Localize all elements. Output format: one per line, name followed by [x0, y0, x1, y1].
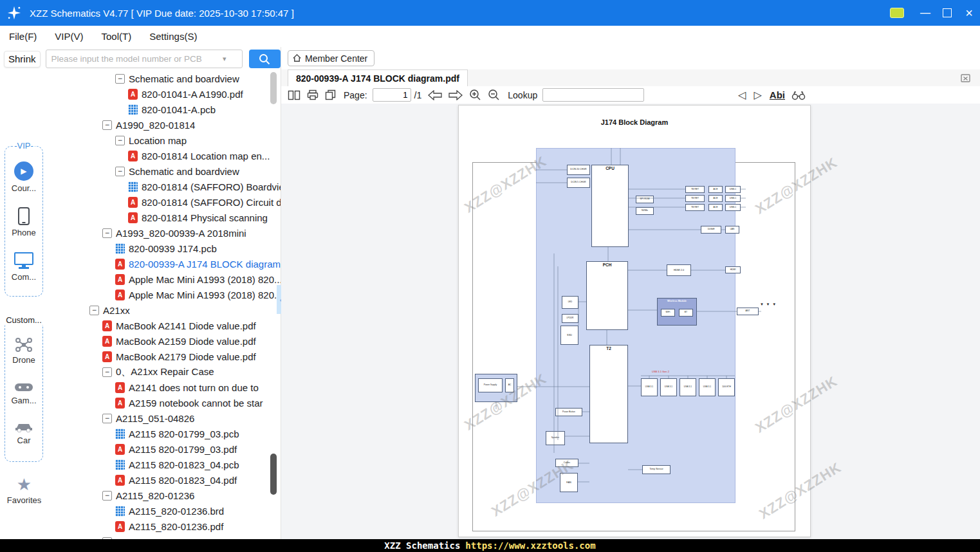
rail-item-computer[interactable]: Com...: [12, 252, 36, 282]
tree-scrollbar-thumb-top[interactable]: [270, 72, 277, 104]
tree-file[interactable]: A820-00939-A J174 BLOCK diagram.pdf: [48, 256, 281, 271]
print-icon[interactable]: [307, 89, 319, 100]
page-label: Page:: [344, 90, 367, 100]
rail-item-phone[interactable]: Phone: [12, 207, 36, 237]
tree-file[interactable]: 820-00939 J174.pcb: [48, 241, 281, 256]
tree-file[interactable]: A2115_820-01236.brd: [48, 503, 281, 519]
menu-tool[interactable]: Tool(T): [93, 31, 141, 42]
text-select-tool[interactable]: Abi: [770, 89, 785, 100]
menu-settings[interactable]: Settings(S): [140, 31, 206, 42]
rail-item-car[interactable]: Car: [14, 421, 33, 445]
tree-group[interactable]: −A2115_820-01236: [48, 488, 281, 503]
copy-page-icon[interactable]: [325, 89, 336, 100]
diagram-block: Temp Sensor: [642, 465, 670, 474]
tree-scrollbar-thumb[interactable]: [270, 454, 277, 495]
car-icon: [14, 421, 33, 433]
tree-item-label: MacBook A2141 Diode value.pdf: [116, 320, 256, 331]
tree-file[interactable]: AA2115 820-01799_03.pdf: [48, 441, 281, 457]
diagram-block: Power Supply: [478, 378, 503, 392]
tree-file[interactable]: A2115 820-01823_04.pcb: [48, 457, 281, 472]
minimize-button[interactable]: —: [914, 0, 936, 26]
tree-file[interactable]: AApple Mac Mini A1993 (2018) 820...: [48, 287, 281, 302]
page-spread-icon[interactable]: [288, 90, 300, 100]
collapse-icon[interactable]: −: [115, 74, 125, 84]
lookup-input[interactable]: [542, 88, 644, 102]
close-button[interactable]: ×: [958, 0, 980, 26]
tree-group[interactable]: −Location map: [48, 133, 281, 148]
tree-file[interactable]: AApple Mac Mini A1993 (2018) 820...: [48, 271, 281, 287]
shrink-button[interactable]: Shrink: [4, 51, 41, 68]
tree-file[interactable]: AA2115 820-01823_04.pdf: [48, 472, 281, 488]
diagram-block: Speaker: [546, 431, 565, 445]
menu-file[interactable]: File(F): [0, 31, 46, 42]
page-number-input[interactable]: [373, 88, 411, 102]
forward-arrow-icon[interactable]: [448, 90, 463, 100]
card-icon[interactable]: [890, 8, 904, 18]
collapse-icon[interactable]: −: [102, 228, 112, 238]
pcb-file-icon: [115, 506, 125, 517]
rail-item-game[interactable]: Gam...: [11, 382, 36, 405]
menu-vip[interactable]: VIP(V): [46, 31, 92, 42]
file-tree: −Schematic and boardviewA820-01041-A A19…: [48, 71, 281, 539]
window-title: XZZ Schematics V4.77 [ VIP Due date: 202…: [30, 8, 294, 19]
prev-result-icon[interactable]: ◁: [738, 89, 746, 101]
collapse-icon[interactable]: −: [115, 167, 125, 176]
custom-group-title: Custom...: [5, 315, 43, 325]
tree-file[interactable]: AMacBook A2141 Diode value.pdf: [48, 318, 281, 333]
tree-group[interactable]: −0、A21xx Repair Case: [48, 364, 281, 380]
tree-group[interactable]: −A1993_820-00939-A 2018mini: [48, 225, 281, 241]
tree-item-label: A2115 820-01823_04.pcb: [129, 459, 239, 470]
tree-group[interactable]: −Schematic and boardview: [48, 163, 281, 179]
next-result-icon[interactable]: ▷: [754, 89, 762, 101]
collapse-icon[interactable]: −: [115, 136, 125, 145]
zoom-in-icon[interactable]: [469, 89, 481, 101]
search-button[interactable]: [249, 50, 281, 68]
zoom-out-icon[interactable]: [488, 89, 500, 101]
tree-group[interactable]: −A2141_820-01700: [48, 534, 281, 539]
tree-file[interactable]: AA2159 notebook cannot be star: [48, 395, 281, 410]
close-document-icon[interactable]: [959, 71, 972, 84]
tree-file[interactable]: 820-01814 (SAFFORO) Boardview: [48, 179, 281, 194]
rail-item-drone[interactable]: Drone: [12, 337, 35, 365]
search-input[interactable]: [46, 50, 243, 68]
tree-file[interactable]: A820-01814 Location map en...: [48, 148, 281, 163]
tree-file[interactable]: A820-01041-A A1990.pdf: [48, 86, 281, 102]
tree-file[interactable]: A2115 820-01799_03.pcb: [48, 426, 281, 441]
back-arrow-icon[interactable]: [428, 90, 442, 100]
phone-icon: [18, 207, 30, 225]
tree-item-label: A2115_820-01236.brd: [129, 506, 224, 517]
binoculars-icon[interactable]: [791, 90, 806, 100]
diagram-block: ANT: [737, 308, 759, 315]
pcb-file-icon: [128, 181, 138, 192]
collapse-icon[interactable]: −: [102, 491, 112, 501]
pdf-file-icon: A: [115, 290, 125, 300]
collapse-icon[interactable]: −: [89, 306, 99, 315]
pdf-file-icon: A: [115, 382, 125, 393]
diagram-block: Power Button: [555, 408, 582, 416]
collapse-icon[interactable]: −: [102, 414, 112, 423]
pdf-file-icon: A: [128, 212, 138, 223]
tree-group[interactable]: −A1990_820-01814: [48, 117, 281, 133]
tree-group[interactable]: −A2115_051-04826: [48, 410, 281, 426]
tree-group[interactable]: −Schematic and boardview: [48, 71, 281, 86]
member-center-button[interactable]: Member Center: [288, 50, 374, 66]
collapse-icon[interactable]: −: [102, 120, 112, 130]
tree-group[interactable]: −A21xx: [48, 302, 281, 318]
collapse-icon[interactable]: −: [102, 367, 112, 377]
tree-file[interactable]: AA2141 does not turn on due to: [48, 380, 281, 395]
diagram-block: ACE: [708, 204, 723, 211]
tree-file[interactable]: AA2115_820-01236.pdf: [48, 519, 281, 534]
status-bar: XZZ Schematics https://www.xzztools.com: [0, 539, 980, 552]
tree-file[interactable]: AMacBook A2179 Diode value.pdf: [48, 349, 281, 364]
tree-item-label: 820-01041-A.pcb: [142, 104, 216, 115]
vip-group: -VIP- ▶ Cour... Phone Com...: [5, 146, 43, 297]
tree-file[interactable]: 820-01041-A.pcb: [48, 102, 281, 117]
tree-file[interactable]: A820-01814 Physical scanning: [48, 210, 281, 225]
tree-file[interactable]: A820-01814 (SAFFORO) Circuit diagram: [48, 194, 281, 210]
tree-file[interactable]: AMacBook A2159 Diode value.pdf: [48, 333, 281, 349]
maximize-button[interactable]: [936, 0, 958, 26]
statusbar-url[interactable]: https://www.xzztools.com: [465, 540, 595, 551]
document-tab[interactable]: 820-00939-A J174 BLOCK diagram.pdf: [288, 69, 468, 86]
rail-item-course[interactable]: ▶ Cour...: [12, 161, 36, 193]
rail-item-favorites[interactable]: ★ Favorites: [0, 476, 48, 505]
